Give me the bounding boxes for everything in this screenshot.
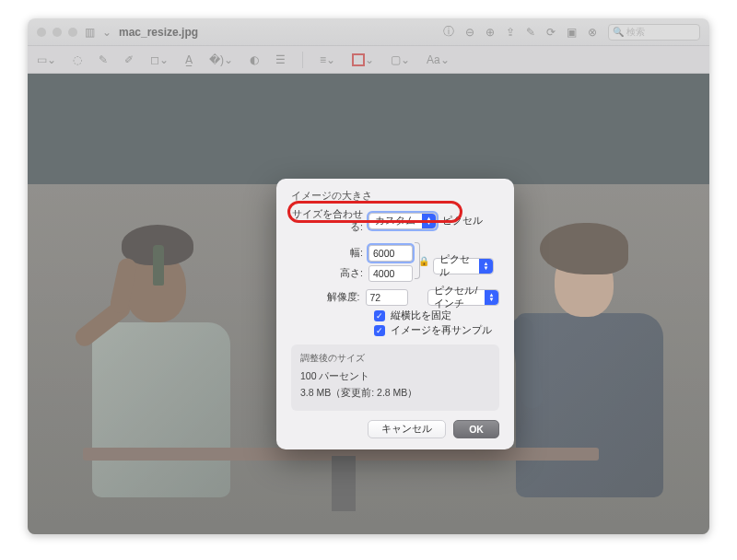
fit-into-select[interactable]: カスタム ▲▼ (368, 213, 437, 229)
share-icon[interactable]: ⇪ (506, 26, 515, 39)
resize-dialog: イメージの大きさ サイズを合わせる: カスタム ▲▼ ピクセル 幅: 6000 … (276, 179, 514, 449)
window-title: mac_resize.jpg (119, 26, 198, 39)
fill-color-icon[interactable]: ▢⌄ (391, 53, 410, 66)
search-icon: 🔍 (613, 27, 624, 37)
titlebar: ▥ ⌄ mac_resize.jpg ⓘ ⊖ ⊕ ⇪ ✎ ⟳ ▣ ⊗ 🔍 検索 (28, 18, 709, 46)
stroke-color-icon[interactable]: ⌄ (352, 53, 374, 66)
ok-button[interactable]: OK (453, 420, 499, 438)
resulting-size: 3.8 MB（変更前: 2.8 MB） (300, 387, 490, 400)
chevron-updown-icon: ▲▼ (485, 290, 498, 305)
text-tool-icon[interactable]: A̲ (185, 53, 193, 66)
info-icon[interactable]: ⓘ (443, 24, 454, 40)
resolution-input[interactable]: 72 (366, 289, 408, 306)
height-label: 高さ: (291, 267, 363, 280)
resulting-percent: 100 パーセント (300, 370, 490, 383)
resulting-size-panel: 調整後のサイズ 100 パーセント 3.8 MB（変更前: 2.8 MB） (291, 344, 499, 411)
minimize-dot[interactable] (53, 28, 62, 37)
sign-tool-icon[interactable]: �)⌄ (209, 53, 233, 66)
trash-icon[interactable]: ⊗ (588, 26, 597, 39)
resulting-title: 調整後のサイズ (300, 352, 490, 365)
width-label: 幅: (291, 247, 363, 260)
zoom-in-icon[interactable]: ⊕ (485, 26, 495, 39)
draw-tool-icon[interactable]: ✐ (124, 53, 134, 66)
close-dot[interactable] (37, 28, 46, 37)
zoom-out-icon[interactable]: ⊖ (465, 26, 474, 39)
line-style-icon[interactable]: ≡⌄ (320, 53, 335, 66)
resolution-unit-select[interactable]: ピクセル/インチ ▲▼ (427, 289, 499, 306)
window-controls[interactable] (37, 28, 77, 37)
resolution-label: 解像度: (291, 291, 360, 304)
dimension-unit-select[interactable]: ピクセル ▲▼ (433, 258, 494, 274)
chevron-updown-icon: ▲▼ (422, 214, 436, 228)
search-placeholder: 検索 (626, 26, 645, 39)
aspect-lock-checkbox[interactable]: ✓ (374, 310, 385, 321)
crop-icon[interactable]: ▣ (567, 26, 577, 39)
zoom-dot[interactable] (68, 28, 77, 37)
table-leg (332, 456, 356, 511)
dialog-section-label: イメージの大きさ (291, 190, 499, 203)
sketch-tool-icon[interactable]: ✎ (99, 53, 108, 66)
lasso-tool-icon[interactable]: ◌ (73, 53, 82, 66)
markup-toolbar: ▭⌄ ◌ ✎ ✐ ◻︎⌄ A̲ �)⌄ ◐ ☰ ≡⌄ ⌄ ▢⌄ Aa⌄ (28, 46, 709, 74)
select-tool-icon[interactable]: ▭⌄ (37, 53, 56, 66)
shapes-tool-icon[interactable]: ◻︎⌄ (150, 53, 169, 66)
preview-window: ▥ ⌄ mac_resize.jpg ⓘ ⊖ ⊕ ⇪ ✎ ⟳ ▣ ⊗ 🔍 検索 … (28, 18, 709, 534)
fit-into-label: サイズを合わせる: (291, 208, 363, 234)
rotate-icon[interactable]: ⟳ (546, 26, 556, 39)
adjust-size-icon[interactable]: ☰ (275, 53, 286, 66)
resample-checkbox[interactable]: ✓ (374, 325, 385, 336)
aspect-lock-label: 縦横比を固定 (391, 309, 451, 322)
sidebar-toggle-icon[interactable]: ▥ (85, 26, 95, 39)
adjust-color-icon[interactable]: ◐ (250, 53, 259, 66)
cancel-button[interactable]: キャンセル (368, 420, 446, 438)
markup-icon[interactable]: ✎ (526, 26, 535, 39)
chevron-updown-icon: ▲▼ (479, 259, 493, 274)
lock-icon[interactable]: 🔒 (418, 256, 429, 266)
dropdown-icon[interactable]: ⌄ (102, 26, 111, 39)
width-input[interactable]: 6000 (368, 245, 413, 262)
resample-label: イメージを再サンプル (391, 324, 492, 337)
height-input[interactable]: 4000 (368, 265, 413, 282)
text-style-icon[interactable]: Aa⌄ (427, 53, 450, 66)
fit-unit-label: ピクセル (442, 215, 483, 228)
search-input[interactable]: 🔍 検索 (608, 24, 700, 41)
